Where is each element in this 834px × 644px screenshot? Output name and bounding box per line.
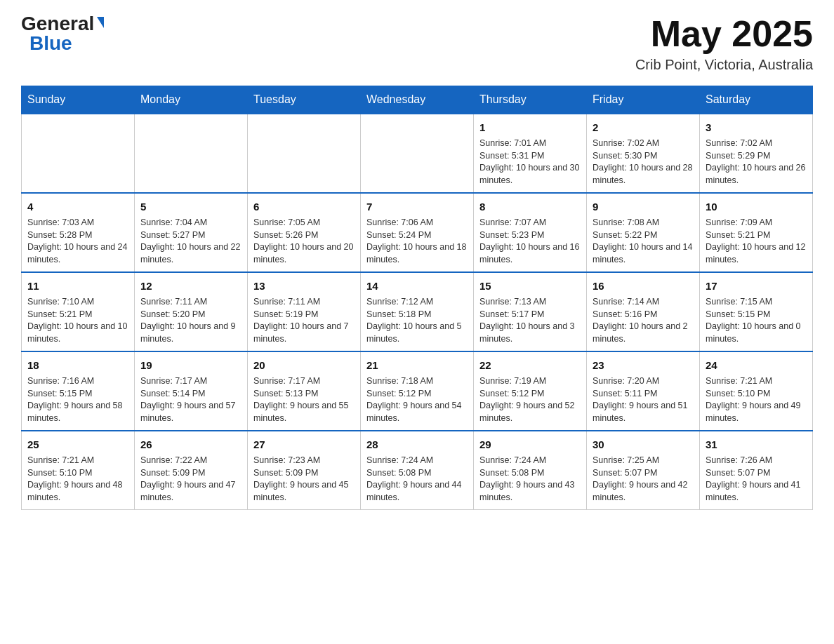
day-info: Sunrise: 7:08 AMSunset: 5:22 PMDaylight:… (593, 217, 694, 266)
day-info: Sunrise: 7:26 AMSunset: 5:07 PMDaylight:… (706, 455, 807, 504)
calendar-cell: 25Sunrise: 7:21 AMSunset: 5:10 PMDayligh… (22, 431, 135, 510)
day-number: 18 (27, 358, 128, 373)
day-info: Sunrise: 7:18 AMSunset: 5:12 PMDaylight:… (366, 375, 468, 424)
calendar-cell: 30Sunrise: 7:25 AMSunset: 5:07 PMDayligh… (587, 431, 700, 510)
calendar-cell (135, 114, 248, 193)
day-number: 5 (140, 199, 241, 214)
calendar-cell (22, 114, 135, 193)
day-number: 24 (706, 358, 807, 373)
calendar-cell: 16Sunrise: 7:14 AMSunset: 5:16 PMDayligh… (587, 272, 700, 351)
calendar-cell: 17Sunrise: 7:15 AMSunset: 5:15 PMDayligh… (700, 272, 813, 351)
day-number: 19 (140, 358, 241, 373)
calendar-cell: 26Sunrise: 7:22 AMSunset: 5:09 PMDayligh… (135, 431, 248, 510)
calendar-cell: 21Sunrise: 7:18 AMSunset: 5:12 PMDayligh… (361, 351, 474, 431)
calendar-cell: 31Sunrise: 7:26 AMSunset: 5:07 PMDayligh… (700, 431, 813, 510)
day-number: 3 (706, 120, 807, 135)
calendar-cell: 29Sunrise: 7:24 AMSunset: 5:08 PMDayligh… (474, 431, 587, 510)
day-info: Sunrise: 7:14 AMSunset: 5:16 PMDaylight:… (593, 296, 694, 345)
day-number: 28 (366, 437, 468, 452)
day-number: 13 (253, 279, 355, 293)
calendar-cell: 27Sunrise: 7:23 AMSunset: 5:09 PMDayligh… (248, 431, 361, 510)
weekday-header-sunday: Sunday (22, 86, 135, 114)
day-info: Sunrise: 7:22 AMSunset: 5:09 PMDaylight:… (140, 455, 241, 504)
month-year-title: May 2025 (635, 14, 813, 54)
calendar-body: 1Sunrise: 7:01 AMSunset: 5:31 PMDaylight… (22, 114, 813, 510)
day-number: 6 (253, 199, 355, 214)
day-number: 20 (253, 358, 355, 373)
day-number: 21 (366, 358, 468, 373)
day-number: 30 (593, 437, 694, 452)
day-info: Sunrise: 7:25 AMSunset: 5:07 PMDaylight:… (593, 455, 694, 504)
day-number: 31 (706, 437, 807, 452)
day-info: Sunrise: 7:13 AMSunset: 5:17 PMDaylight:… (479, 296, 581, 345)
weekday-header-monday: Monday (135, 86, 248, 114)
day-info: Sunrise: 7:19 AMSunset: 5:12 PMDaylight:… (479, 375, 581, 424)
calendar-cell: 9Sunrise: 7:08 AMSunset: 5:22 PMDaylight… (587, 193, 700, 272)
calendar-cell: 7Sunrise: 7:06 AMSunset: 5:24 PMDaylight… (361, 193, 474, 272)
day-info: Sunrise: 7:10 AMSunset: 5:21 PMDaylight:… (27, 296, 128, 345)
logo-triangle-icon (97, 17, 104, 28)
day-info: Sunrise: 7:20 AMSunset: 5:11 PMDaylight:… (593, 375, 694, 424)
calendar-cell: 12Sunrise: 7:11 AMSunset: 5:20 PMDayligh… (135, 272, 248, 351)
day-info: Sunrise: 7:21 AMSunset: 5:10 PMDaylight:… (706, 375, 807, 424)
day-number: 11 (27, 279, 128, 293)
day-number: 14 (366, 279, 468, 293)
day-number: 27 (253, 437, 355, 452)
day-info: Sunrise: 7:05 AMSunset: 5:26 PMDaylight:… (253, 217, 355, 266)
calendar-cell: 22Sunrise: 7:19 AMSunset: 5:12 PMDayligh… (474, 351, 587, 431)
location-subtitle: Crib Point, Victoria, Australia (635, 57, 813, 73)
weekday-header-tuesday: Tuesday (248, 86, 361, 114)
day-number: 22 (479, 358, 581, 373)
day-info: Sunrise: 7:06 AMSunset: 5:24 PMDaylight:… (366, 217, 468, 266)
day-number: 7 (366, 199, 468, 214)
day-info: Sunrise: 7:21 AMSunset: 5:10 PMDaylight:… (27, 455, 128, 504)
weekday-header-row: SundayMondayTuesdayWednesdayThursdayFrid… (22, 86, 813, 114)
calendar-week-row: 1Sunrise: 7:01 AMSunset: 5:31 PMDaylight… (22, 114, 813, 193)
day-info: Sunrise: 7:12 AMSunset: 5:18 PMDaylight:… (366, 296, 468, 345)
day-info: Sunrise: 7:07 AMSunset: 5:23 PMDaylight:… (479, 217, 581, 266)
calendar-cell: 15Sunrise: 7:13 AMSunset: 5:17 PMDayligh… (474, 272, 587, 351)
calendar-cell: 10Sunrise: 7:09 AMSunset: 5:21 PMDayligh… (700, 193, 813, 272)
day-number: 2 (593, 120, 694, 135)
calendar-cell: 13Sunrise: 7:11 AMSunset: 5:19 PMDayligh… (248, 272, 361, 351)
calendar-week-row: 11Sunrise: 7:10 AMSunset: 5:21 PMDayligh… (22, 272, 813, 351)
day-info: Sunrise: 7:04 AMSunset: 5:27 PMDaylight:… (140, 217, 241, 266)
day-info: Sunrise: 7:17 AMSunset: 5:13 PMDaylight:… (253, 375, 355, 424)
day-info: Sunrise: 7:01 AMSunset: 5:31 PMDaylight:… (479, 137, 581, 187)
calendar-header: SundayMondayTuesdayWednesdayThursdayFrid… (22, 86, 813, 114)
logo-general-text: General (21, 14, 94, 34)
calendar-cell: 2Sunrise: 7:02 AMSunset: 5:30 PMDaylight… (587, 114, 700, 193)
calendar-cell: 11Sunrise: 7:10 AMSunset: 5:21 PMDayligh… (22, 272, 135, 351)
title-section: May 2025 Crib Point, Victoria, Australia (635, 14, 813, 73)
day-number: 23 (593, 358, 694, 373)
calendar-cell: 5Sunrise: 7:04 AMSunset: 5:27 PMDaylight… (135, 193, 248, 272)
calendar-week-row: 18Sunrise: 7:16 AMSunset: 5:15 PMDayligh… (22, 351, 813, 431)
day-number: 26 (140, 437, 241, 452)
day-info: Sunrise: 7:03 AMSunset: 5:28 PMDaylight:… (27, 217, 128, 266)
day-number: 1 (479, 120, 581, 135)
calendar-cell (361, 114, 474, 193)
calendar-cell: 24Sunrise: 7:21 AMSunset: 5:10 PMDayligh… (700, 351, 813, 431)
day-number: 17 (706, 279, 807, 293)
calendar-cell: 18Sunrise: 7:16 AMSunset: 5:15 PMDayligh… (22, 351, 135, 431)
calendar-cell: 1Sunrise: 7:01 AMSunset: 5:31 PMDaylight… (474, 114, 587, 193)
logo: General Blue (21, 14, 104, 53)
calendar-cell: 8Sunrise: 7:07 AMSunset: 5:23 PMDaylight… (474, 193, 587, 272)
weekday-header-friday: Friday (587, 86, 700, 114)
weekday-header-saturday: Saturday (700, 86, 813, 114)
logo-blue-text: Blue (29, 34, 72, 53)
weekday-header-wednesday: Wednesday (361, 86, 474, 114)
day-number: 12 (140, 279, 241, 293)
day-info: Sunrise: 7:11 AMSunset: 5:19 PMDaylight:… (253, 296, 355, 345)
day-info: Sunrise: 7:02 AMSunset: 5:29 PMDaylight:… (706, 137, 807, 187)
calendar-cell: 23Sunrise: 7:20 AMSunset: 5:11 PMDayligh… (587, 351, 700, 431)
day-number: 15 (479, 279, 581, 293)
day-info: Sunrise: 7:23 AMSunset: 5:09 PMDaylight:… (253, 455, 355, 504)
day-info: Sunrise: 7:02 AMSunset: 5:30 PMDaylight:… (593, 137, 694, 187)
day-number: 4 (27, 199, 128, 214)
calendar-cell (248, 114, 361, 193)
day-info: Sunrise: 7:24 AMSunset: 5:08 PMDaylight:… (366, 455, 468, 504)
day-number: 8 (479, 199, 581, 214)
calendar-cell: 4Sunrise: 7:03 AMSunset: 5:28 PMDaylight… (22, 193, 135, 272)
day-number: 9 (593, 199, 694, 214)
